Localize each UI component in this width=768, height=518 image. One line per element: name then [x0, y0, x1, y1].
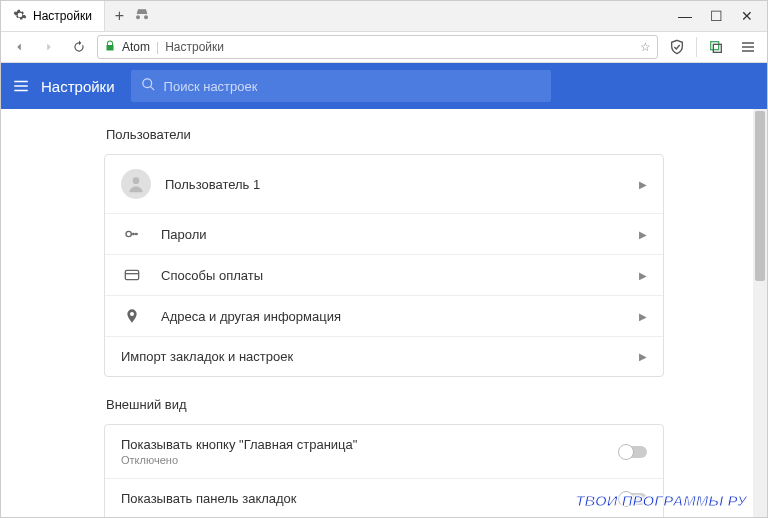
new-tab-button[interactable]: +	[115, 7, 124, 25]
watermark: ТВОИ ПРОГРАММЫ РУ	[575, 492, 747, 509]
window-controls: — ☐ ✕	[664, 8, 767, 24]
addr-page: Настройки	[165, 40, 224, 54]
import-row[interactable]: Импорт закладок и настроек ▶	[105, 337, 663, 376]
home-btn-toggle[interactable]	[619, 446, 647, 458]
tab-actions: +	[105, 7, 160, 25]
passwords-row[interactable]: Пароли ▶	[105, 214, 663, 255]
star-icon[interactable]: ☆	[640, 40, 651, 54]
title-bar: Настройки + — ☐ ✕	[1, 1, 767, 31]
maximize-button[interactable]: ☐	[710, 8, 723, 24]
address-bar[interactable]: Atom | Настройки ☆	[97, 35, 658, 59]
header-title: Настройки	[41, 78, 115, 95]
reload-button[interactable]	[67, 35, 91, 59]
payment-label: Способы оплаты	[161, 268, 639, 283]
users-card: Пользователь 1 ▶ Пароли ▶ Способы оплаты…	[104, 154, 664, 377]
lock-icon	[104, 40, 116, 55]
svg-point-3	[133, 177, 140, 184]
payment-row[interactable]: Способы оплаты ▶	[105, 255, 663, 296]
incognito-icon[interactable]	[134, 7, 150, 25]
svg-point-2	[142, 78, 151, 87]
location-icon	[121, 308, 143, 324]
forward-button[interactable]	[37, 35, 61, 59]
settings-content: Пользователи Пользователь 1 ▶ Пароли ▶ С…	[1, 109, 767, 517]
section-title-appearance: Внешний вид	[104, 397, 664, 412]
menu-button[interactable]	[735, 34, 761, 60]
passwords-label: Пароли	[161, 227, 639, 242]
minimize-button[interactable]: —	[678, 8, 692, 24]
close-button[interactable]: ✕	[741, 8, 753, 24]
search-box[interactable]	[131, 70, 551, 102]
gear-icon	[13, 8, 27, 25]
section-users: Пользователи Пользователь 1 ▶ Пароли ▶ С…	[104, 127, 664, 377]
nav-toolbar: Atom | Настройки ☆	[1, 31, 767, 63]
chevron-right-icon: ▶	[639, 270, 647, 281]
copy-tabs-icon[interactable]	[703, 34, 729, 60]
search-icon	[141, 77, 156, 96]
home-btn-label: Показывать кнопку "Главная страница"	[121, 437, 619, 452]
scrollbar[interactable]	[753, 109, 767, 517]
svg-rect-1	[713, 44, 721, 52]
home-btn-sub: Отключено	[121, 454, 619, 466]
key-icon	[121, 226, 143, 242]
profile-label: Пользователь 1	[165, 177, 639, 192]
svg-rect-0	[711, 42, 719, 50]
avatar-icon	[121, 169, 151, 199]
scroll-thumb[interactable]	[755, 111, 765, 281]
addresses-row[interactable]: Адреса и другая информация ▶	[105, 296, 663, 337]
addr-app: Atom	[122, 40, 150, 54]
chevron-right-icon: ▶	[639, 351, 647, 362]
chevron-right-icon: ▶	[639, 311, 647, 322]
chevron-right-icon: ▶	[639, 179, 647, 190]
card-icon	[121, 267, 143, 283]
section-title-users: Пользователи	[104, 127, 664, 142]
search-input[interactable]	[164, 79, 332, 94]
shield-icon[interactable]	[664, 34, 690, 60]
bookmarks-bar-label: Показывать панель закладок	[121, 491, 619, 506]
tab-title: Настройки	[33, 9, 92, 23]
chevron-right-icon: ▶	[639, 229, 647, 240]
home-button-row[interactable]: Показывать кнопку "Главная страница" Отк…	[105, 425, 663, 479]
svg-rect-5	[125, 270, 138, 279]
browser-tab[interactable]: Настройки	[1, 1, 105, 31]
import-label: Импорт закладок и настроек	[121, 349, 639, 364]
svg-point-4	[126, 231, 131, 236]
back-button[interactable]	[7, 35, 31, 59]
profile-row[interactable]: Пользователь 1 ▶	[105, 155, 663, 214]
settings-header: Настройки	[1, 63, 767, 109]
hamburger-button[interactable]	[1, 77, 41, 95]
addresses-label: Адреса и другая информация	[161, 309, 639, 324]
